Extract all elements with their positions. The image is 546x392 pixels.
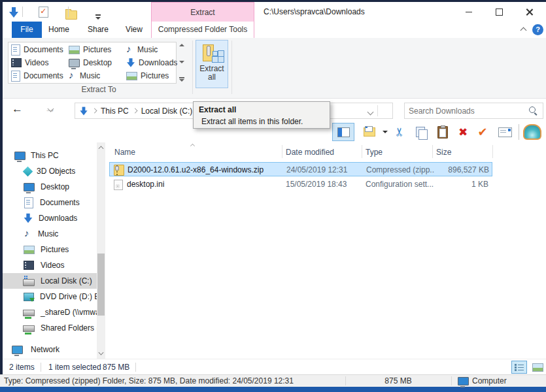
- sidebar-item-network[interactable]: Network: [3, 342, 97, 357]
- qat-separator: [22, 7, 23, 17]
- column-divider[interactable]: [362, 145, 362, 158]
- extract-to-pictures[interactable]: Pictures: [69, 43, 126, 56]
- ribbon-separator: [192, 41, 193, 94]
- column-type[interactable]: Type: [366, 145, 383, 159]
- sidebar-item-dvd-drive[interactable]: DVD Drive (D:) ES: [3, 289, 97, 304]
- column-size[interactable]: Size: [436, 145, 451, 159]
- sidebar-item-shared-folders[interactable]: Shared Folders (\: [3, 320, 97, 336]
- help-icon[interactable]: ?: [532, 24, 543, 35]
- address-dropdown-icon[interactable]: [367, 109, 374, 116]
- apply-button[interactable]: [474, 123, 491, 141]
- search-input[interactable]: [405, 106, 529, 116]
- network-icon: [12, 346, 23, 354]
- email-button[interactable]: [496, 123, 513, 141]
- folder-options-dropdown-icon[interactable]: [383, 131, 388, 133]
- maximize-icon: [496, 8, 503, 16]
- column-date-modified[interactable]: Date modified: [286, 145, 334, 159]
- sidebar-item-videos[interactable]: Videos: [3, 257, 97, 273]
- thumbnails-view-button[interactable]: [530, 361, 545, 374]
- sort-ascending-icon: [190, 144, 195, 148]
- cut-icon: [394, 125, 404, 139]
- tab-file[interactable]: File: [12, 22, 42, 38]
- breadcrumb-local-disk-c[interactable]: Local Disk (C:): [141, 106, 193, 116]
- cut-button[interactable]: [391, 123, 408, 141]
- thumbnails-view-icon: [532, 363, 543, 372]
- gallery-scroll-up-icon[interactable]: [179, 44, 184, 46]
- delete-button[interactable]: [454, 123, 471, 141]
- taskbar-strip: [0, 387, 546, 392]
- close-button[interactable]: [516, 2, 543, 22]
- extract-to-music-2[interactable]: Music: [69, 69, 126, 82]
- column-divider[interactable]: [282, 145, 282, 158]
- column-divider[interactable]: [492, 145, 493, 158]
- tooltip-extract-all: Extract all Extract all items in this fo…: [193, 101, 330, 129]
- details-view-button[interactable]: [511, 361, 527, 374]
- extract-to-desktop[interactable]: Desktop: [69, 56, 126, 69]
- copy-icon: [416, 127, 425, 137]
- document-icon: [11, 71, 20, 82]
- tab-share[interactable]: Share: [83, 22, 113, 38]
- maximize-button[interactable]: [485, 2, 513, 22]
- extract-to-documents[interactable]: Documents: [11, 43, 69, 56]
- breadcrumb-this-pc[interactable]: This PC: [101, 106, 129, 116]
- column-divider[interactable]: [432, 145, 433, 158]
- tab-compressed-folder-tools[interactable]: Compressed Folder Tools: [151, 22, 254, 38]
- sidebar-item-local-disk-c[interactable]: Local Disk (C:): [3, 273, 97, 289]
- navigation-pane: This PC 3D Objects Desktop Documents Dow…: [3, 142, 97, 359]
- properties-check-icon[interactable]: [39, 7, 48, 18]
- navigation-pane-toggle-button[interactable]: [332, 123, 354, 141]
- breadcrumb-separator-icon: [132, 108, 137, 114]
- sidebar-item-this-pc[interactable]: This PC: [3, 148, 97, 163]
- scrollbar-thumb[interactable]: [97, 253, 105, 316]
- file-row-zip[interactable]: D2000-12.0.61.u2-x86_64-windows.zip 24/0…: [109, 162, 492, 176]
- minimize-ribbon-icon[interactable]: [520, 27, 527, 34]
- extract-to-videos[interactable]: Videos: [11, 56, 69, 69]
- explorer-window: Extract C:\Users\spravca\Downloads File …: [0, 0, 546, 392]
- breadcrumb-separator-icon: [92, 108, 97, 114]
- file-row-desktop-ini[interactable]: desktop.ini 15/05/2019 18:43 Configurati…: [109, 177, 492, 191]
- scroll-down-icon[interactable]: [99, 350, 104, 355]
- search-icon[interactable]: [529, 106, 537, 115]
- sidebar-item-music[interactable]: Music: [3, 226, 97, 242]
- folder-options-button[interactable]: [361, 123, 378, 141]
- sidebar-item-3d-objects[interactable]: 3D Objects: [3, 163, 97, 179]
- extract-to-downloads[interactable]: Downloads: [126, 56, 180, 69]
- tab-home[interactable]: Home: [44, 22, 74, 38]
- title-bar: Extract C:\Users\spravca\Downloads: [3, 2, 546, 22]
- downloads-arrow-icon[interactable]: [9, 7, 18, 18]
- sidebar-scrollbar[interactable]: [97, 142, 105, 359]
- status-separator: [135, 363, 136, 372]
- computer-icon: [14, 152, 26, 160]
- shellbar-separator: [451, 376, 452, 385]
- desktop-icon: [24, 183, 35, 191]
- folder-icon[interactable]: [65, 10, 77, 20]
- column-name[interactable]: Name: [114, 145, 135, 159]
- sidebar-item-shared[interactable]: _shareD (\\vmwa: [3, 304, 97, 320]
- extract-to-music[interactable]: Music: [126, 43, 180, 56]
- sidebar-item-documents[interactable]: Documents: [3, 195, 97, 210]
- sidebar-item-downloads[interactable]: Downloads: [3, 210, 97, 226]
- paste-icon: [437, 126, 448, 139]
- extract-to-pictures-2[interactable]: Pictures: [126, 69, 180, 82]
- extract-all-button[interactable]: Extract all: [196, 40, 228, 88]
- extract-all-icon: [201, 44, 222, 63]
- extract-to-documents-2[interactable]: Documents: [11, 69, 69, 82]
- sidebar-item-desktop[interactable]: Desktop: [3, 179, 97, 195]
- shell-icon: [523, 124, 541, 140]
- gallery-scroll-down-icon[interactable]: [179, 61, 184, 63]
- qat-customize-icon[interactable]: [95, 14, 101, 20]
- scroll-up-icon[interactable]: [99, 146, 104, 152]
- delete-icon: [458, 125, 468, 139]
- copy-button[interactable]: [412, 123, 429, 141]
- paste-button[interactable]: [434, 123, 451, 141]
- selection-count: 1 item selected: [48, 359, 101, 375]
- classic-shell-button[interactable]: [522, 123, 542, 141]
- back-icon[interactable]: [12, 103, 23, 116]
- contextual-tab-header[interactable]: Extract: [151, 2, 254, 22]
- minimize-button[interactable]: [455, 2, 483, 22]
- contextual-header-label: Extract: [190, 8, 214, 17]
- sidebar-item-pictures[interactable]: Pictures: [3, 242, 97, 257]
- tab-view[interactable]: View: [120, 22, 148, 38]
- gallery-more-icon[interactable]: [179, 77, 184, 82]
- desktop-icon: [69, 59, 80, 67]
